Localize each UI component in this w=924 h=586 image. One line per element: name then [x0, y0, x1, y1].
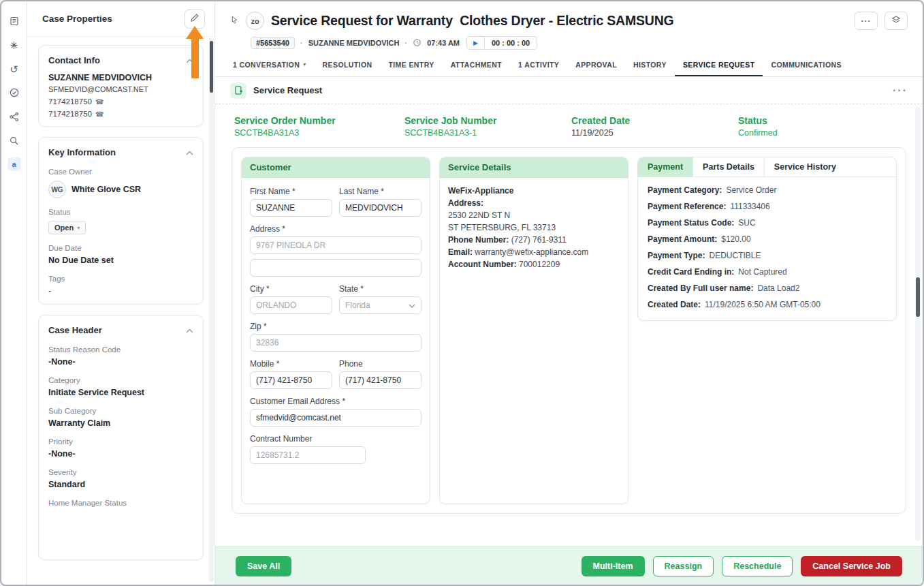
phone-input[interactable] — [339, 371, 421, 389]
payment-card: Payment Parts Details Service History Pa… — [637, 157, 897, 321]
case-number-chip[interactable]: #5653540 — [251, 37, 295, 49]
sidebar-title: Case Properties — [42, 14, 112, 24]
dot-separator: · — [300, 39, 303, 47]
action-bar-right-group: Multi-Item Reassign Reschedule Cancel Se… — [582, 556, 902, 576]
tab-service-history[interactable]: Service History — [765, 157, 846, 176]
summary-service-job-number: Service Job Number SCCTB4BA31A3-1 — [404, 115, 571, 138]
cancel-service-job-button[interactable]: Cancel Service Job — [801, 556, 902, 576]
contract-number-label: Contract Number — [250, 434, 421, 444]
payment-row: Payment Category:Service Order — [648, 185, 887, 195]
tab-communications[interactable]: COMMUNICATIONS — [763, 54, 849, 76]
save-all-button[interactable]: Save All — [236, 556, 291, 576]
tab-conversation[interactable]: 1 CONVERSATION ▾ — [225, 54, 315, 76]
case-owner-row: WG White Glove CSR — [48, 181, 193, 198]
case-properties-sidebar: Case Properties Contact Info SUZANNE MED… — [27, 1, 215, 585]
service-request-icon — [230, 82, 246, 99]
section-more-button[interactable]: ··· — [893, 84, 908, 97]
service-request-section-bar: Service Request ··· — [215, 77, 923, 104]
tab-resolution[interactable]: RESOLUTION — [315, 54, 381, 76]
pointer-icon — [230, 15, 239, 27]
first-name-label: First Name * — [250, 187, 332, 196]
payment-row: Credit Card Ending in:Not Captured — [648, 267, 887, 277]
payment-body: Payment Category:Service Order Payment R… — [638, 177, 896, 320]
case-header-bar: zo Service Request for Warranty Clothes … — [215, 1, 923, 54]
play-button[interactable]: ▶ — [467, 37, 485, 48]
annotation-arrow — [186, 26, 204, 78]
multi-item-button[interactable]: Multi-Item — [582, 556, 645, 576]
status-label: Status — [48, 208, 193, 216]
state-label: State * — [339, 284, 421, 294]
zip-input[interactable] — [250, 334, 421, 352]
app-window: ↺ a Case Properties — [0, 0, 924, 586]
tab-attachment[interactable]: ATTACHMENT — [443, 54, 510, 76]
field-value: -None- — [48, 357, 193, 367]
payment-tabs: Payment Parts Details Service History — [638, 157, 896, 177]
due-date-label: Due Date — [48, 244, 193, 252]
field-value: -None- — [48, 449, 193, 459]
city-label: City * — [250, 284, 332, 294]
address-line1-input[interactable] — [250, 236, 421, 254]
chevron-down-icon: ▾ — [77, 225, 80, 231]
pencil-icon — [190, 13, 200, 25]
tab-activity[interactable]: 1 ACTIVITY — [510, 54, 567, 76]
chevron-up-icon — [186, 146, 193, 158]
timer-widget: ▶ 00 : 00 : 00 — [466, 36, 537, 50]
customer-email-input[interactable] — [250, 409, 421, 427]
city-input[interactable] — [250, 296, 332, 314]
contact-email[interactable]: SFMEDVID@COMCAST.NET — [48, 85, 193, 93]
provider-address-line1: 2530 22ND ST N — [448, 209, 620, 221]
payment-row: Created By Full user name:Data Load2 — [648, 283, 887, 293]
more-options-button[interactable]: ··· — [855, 12, 878, 30]
contact-phone-1[interactable]: 7174218750 ☎ — [48, 97, 193, 106]
cases-icon[interactable] — [7, 14, 22, 29]
approvals-icon[interactable] — [7, 85, 22, 100]
chevron-down-icon: ▾ — [303, 61, 306, 67]
main-scrollbar-thumb[interactable] — [916, 277, 920, 317]
summary-created-date: Created Date 11/19/2025 — [571, 115, 738, 138]
contact-info-heading: Contact Info — [48, 55, 100, 65]
main-scrollbar[interactable] — [915, 107, 921, 541]
contact-phone-2[interactable]: 7174218750 ☎ — [48, 110, 193, 118]
zia-star-icon[interactable] — [7, 37, 22, 52]
history-icon[interactable]: ↺ — [7, 61, 22, 76]
mobile-input[interactable] — [250, 371, 332, 389]
details-panel: Customer First Name * Last Name * — [232, 147, 906, 514]
customer-card-header: Customer — [242, 157, 430, 178]
timer-value: 00 : 00 : 00 — [485, 37, 537, 49]
tags-value: - — [48, 286, 193, 296]
tab-time-entry[interactable]: TIME ENTRY — [380, 54, 442, 76]
field-label: Severity — [48, 468, 193, 476]
key-information-heading: Key Information — [48, 147, 116, 157]
share-icon[interactable] — [7, 109, 22, 124]
tab-parts-details[interactable]: Parts Details — [693, 157, 765, 176]
tab-payment[interactable]: Payment — [638, 157, 693, 176]
field-value: Standard — [48, 480, 193, 489]
address-line2-input[interactable] — [250, 259, 421, 277]
contract-number-input[interactable] — [250, 446, 366, 464]
status-badge[interactable]: Open ▾ — [48, 221, 86, 234]
tab-service-request[interactable]: SERVICE REQUEST — [675, 54, 763, 76]
assistant-icon[interactable]: a — [7, 157, 22, 172]
case-header-header[interactable]: Case Header — [48, 324, 193, 336]
reschedule-button[interactable]: Reschedule — [722, 556, 793, 576]
provider-email-row: Email: warranty@wefix-appliance.com — [448, 246, 620, 258]
reassign-button[interactable]: Reassign — [653, 556, 714, 576]
service-request-content: Service Order Number SCCTB4BA31A3 Servic… — [215, 104, 923, 546]
section-title: Service Request — [253, 85, 322, 95]
field-label: Priority — [48, 437, 193, 446]
contact-info-header[interactable]: Contact Info — [48, 54, 193, 66]
search-icon[interactable] — [7, 133, 22, 148]
tab-history[interactable]: HISTORY — [625, 54, 675, 76]
chevron-down-icon — [409, 300, 415, 310]
dot-separator: · — [404, 39, 407, 47]
contact-info-card: Contact Info SUZANNE MEDVIDOVICH SFMEDVI… — [38, 45, 204, 127]
tab-approval[interactable]: APPROVAL — [567, 54, 625, 76]
last-name-input[interactable] — [339, 199, 421, 217]
key-information-header[interactable]: Key Information — [48, 146, 193, 158]
state-select[interactable]: Florida — [339, 296, 421, 314]
layers-button[interactable] — [885, 12, 908, 30]
first-name-input[interactable] — [250, 199, 332, 217]
provider-phone-row: Phone Number: (727) 761-9311 — [448, 234, 620, 246]
action-bar: Save All Multi-Item Reassign Reschedule … — [215, 546, 923, 585]
field-label: Status Reason Code — [48, 345, 193, 354]
